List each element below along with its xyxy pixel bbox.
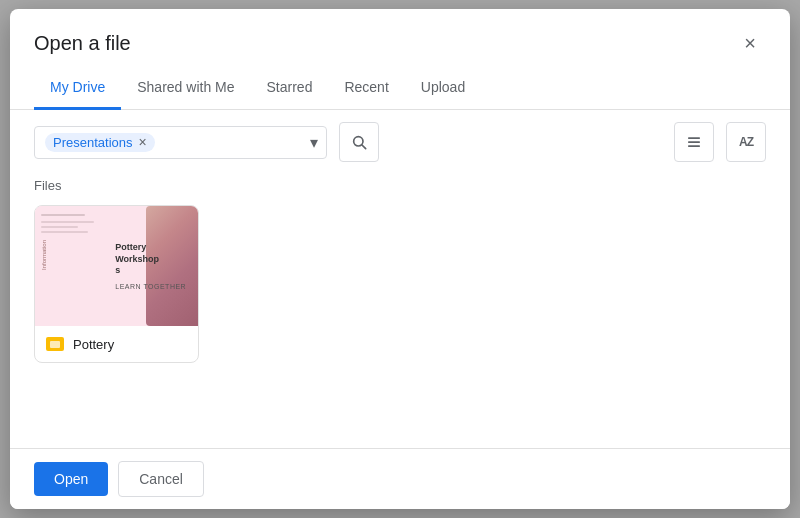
tab-starred[interactable]: Starred: [251, 67, 329, 110]
pottery-preview-left: Information: [35, 206, 109, 326]
list-view-icon: [686, 134, 702, 150]
filter-dropdown-icon[interactable]: ▾: [310, 133, 318, 152]
preview-sidebar-text: Information: [41, 240, 103, 270]
svg-rect-4: [688, 145, 700, 147]
open-file-dialog: Open a file × My Drive Shared with Me St…: [10, 9, 790, 509]
toolbar: Presentations × ▾ AZ: [10, 110, 790, 174]
tab-recent[interactable]: Recent: [328, 67, 404, 110]
pottery-preview-right: PotteryWorkshops Learn together: [109, 206, 199, 326]
pottery-preview-heading: PotteryWorkshops: [115, 242, 194, 277]
open-button[interactable]: Open: [34, 462, 108, 496]
tab-shared-with-me[interactable]: Shared with Me: [121, 67, 250, 110]
section-label: Files: [34, 178, 766, 193]
dialog-overlay: Open a file × My Drive Shared with Me St…: [0, 0, 800, 518]
tabs-bar: My Drive Shared with Me Starred Recent U…: [10, 67, 790, 110]
sort-icon: AZ: [739, 135, 753, 149]
sort-button[interactable]: AZ: [726, 122, 766, 162]
filter-chip-label: Presentations: [53, 135, 133, 150]
svg-rect-2: [688, 137, 700, 139]
pottery-text-overlay: PotteryWorkshops Learn together: [109, 206, 199, 326]
dialog-header: Open a file ×: [10, 9, 790, 59]
files-grid: Information PotteryWorkshops Learn toget…: [34, 205, 766, 363]
pottery-preview: Information PotteryWorkshops Learn toget…: [35, 206, 199, 326]
filter-chip-presentations: Presentations ×: [45, 133, 155, 152]
search-icon: [351, 134, 367, 150]
tab-upload[interactable]: Upload: [405, 67, 481, 110]
dialog-title: Open a file: [34, 32, 131, 55]
file-icon-pottery: [45, 334, 65, 354]
content-area: Files Information: [10, 174, 790, 448]
search-button[interactable]: [339, 122, 379, 162]
slides-icon: [46, 337, 64, 351]
pottery-preview-subtext: Learn together: [115, 283, 194, 290]
svg-line-1: [362, 145, 366, 149]
file-card-pottery[interactable]: Information PotteryWorkshops Learn toget…: [34, 205, 199, 363]
filter-bar[interactable]: Presentations × ▾: [34, 126, 327, 159]
tab-my-drive[interactable]: My Drive: [34, 67, 121, 110]
file-thumbnail-pottery: Information PotteryWorkshops Learn toget…: [35, 206, 199, 326]
svg-rect-3: [688, 141, 700, 143]
dialog-footer: Open Cancel: [10, 448, 790, 509]
close-button[interactable]: ×: [734, 27, 766, 59]
filter-chip-remove[interactable]: ×: [139, 135, 147, 149]
preview-line: [41, 214, 85, 216]
cancel-button[interactable]: Cancel: [118, 461, 204, 497]
preview-line: [41, 226, 78, 228]
preview-line: [41, 221, 94, 223]
file-info-pottery: Pottery: [35, 326, 198, 362]
file-name-pottery: Pottery: [73, 337, 114, 352]
preview-line: [41, 231, 88, 233]
list-view-button[interactable]: [674, 122, 714, 162]
